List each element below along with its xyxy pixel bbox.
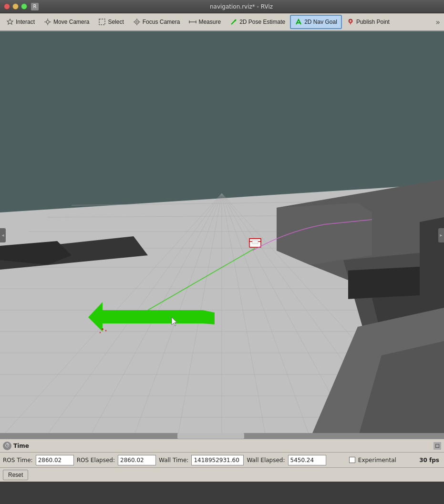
svg-point-66 [100, 332, 101, 333]
pose-estimate-button[interactable]: 2D Pose Estimate [226, 15, 289, 29]
statusbar: ⏱ Time □ [0, 439, 444, 452]
svg-rect-21 [0, 31, 444, 212]
viewport-right-handle[interactable]: ▸ [438, 228, 444, 242]
more-button[interactable]: » [434, 18, 442, 27]
focus-camera-button[interactable]: Focus Camera [129, 15, 185, 29]
measure-label: Measure [198, 19, 221, 25]
fps-display: 30 fps [419, 457, 439, 464]
window-controls [4, 3, 27, 10]
reset-button[interactable]: Reset [3, 470, 28, 480]
measure-icon [189, 18, 196, 26]
reset-bar: Reset [0, 467, 444, 482]
move-camera-button[interactable]: Move Camera [40, 15, 93, 29]
svg-point-64 [102, 328, 103, 330]
svg-marker-48 [277, 203, 372, 265]
app-icon: R [31, 3, 39, 10]
experimental-label: Experimental [358, 457, 396, 464]
svg-point-65 [105, 330, 107, 332]
toolbar: Interact Move Camera Select [0, 13, 444, 31]
select-label: Select [108, 19, 124, 25]
measure-button[interactable]: Measure [185, 15, 225, 29]
move-camera-icon [44, 18, 52, 26]
ros-elapsed-value: 2860.02 [118, 455, 156, 465]
nav-goal-icon [295, 18, 302, 26]
interact-icon [6, 18, 14, 26]
publish-point-button[interactable]: Publish Point [342, 15, 394, 29]
wall-time-value: 1418952931.60 [191, 455, 244, 465]
svg-point-19 [350, 20, 351, 22]
window-title: navigation.rviz* - RViz [42, 3, 440, 10]
svg-rect-60 [103, 310, 203, 323]
ros-time-label: ROS Time: [3, 457, 33, 464]
statusbar-expand-button[interactable]: □ [434, 442, 441, 450]
viewport-scrollbar-thumb[interactable] [177, 433, 244, 439]
nav-goal-button[interactable]: 2D Nav Goal [290, 15, 342, 29]
svg-rect-59 [252, 240, 258, 244]
pose-estimate-icon [230, 18, 237, 26]
svg-marker-62 [203, 310, 215, 324]
ros-time-value: 2860.02 [36, 455, 74, 465]
wall-elapsed-value: 5450.24 [288, 455, 326, 465]
wall-time-label: Wall Time: [159, 457, 188, 464]
pose-estimate-label: 2D Pose Estimate [239, 19, 285, 25]
experimental-checkbox[interactable] [349, 457, 355, 463]
nav-goal-label: 2D Nav Goal [304, 19, 337, 25]
svg-point-7 [136, 21, 137, 23]
time-icon: ⏱ [3, 442, 11, 450]
svg-marker-18 [349, 21, 352, 25]
3d-scene [0, 31, 444, 439]
time-label: Time [13, 443, 29, 449]
close-button[interactable] [4, 3, 10, 10]
select-icon [98, 18, 106, 26]
move-camera-label: Move Camera [53, 19, 89, 25]
interact-button[interactable]: Interact [2, 15, 39, 29]
interact-label: Interact [16, 19, 35, 25]
svg-point-0 [46, 20, 49, 23]
bottombar: ROS Time: 2860.02 ROS Elapsed: 2860.02 W… [0, 452, 444, 467]
viewport-scrollbar[interactable] [0, 433, 444, 439]
maximize-button[interactable] [21, 3, 27, 10]
select-button[interactable]: Select [94, 15, 128, 29]
titlebar: R navigation.rviz* - RViz [0, 0, 444, 13]
publish-point-icon [347, 18, 354, 26]
viewport[interactable]: ◂ ▸ [0, 31, 444, 439]
wall-elapsed-label: Wall Elapsed: [247, 457, 285, 464]
svg-rect-5 [99, 19, 105, 25]
publish-point-label: Publish Point [356, 19, 390, 25]
viewport-left-handle[interactable]: ◂ [0, 228, 6, 242]
ros-elapsed-label: ROS Elapsed: [77, 457, 115, 464]
focus-camera-icon [133, 18, 141, 26]
focus-camera-label: Focus Camera [143, 19, 180, 25]
minimize-button[interactable] [12, 3, 19, 10]
